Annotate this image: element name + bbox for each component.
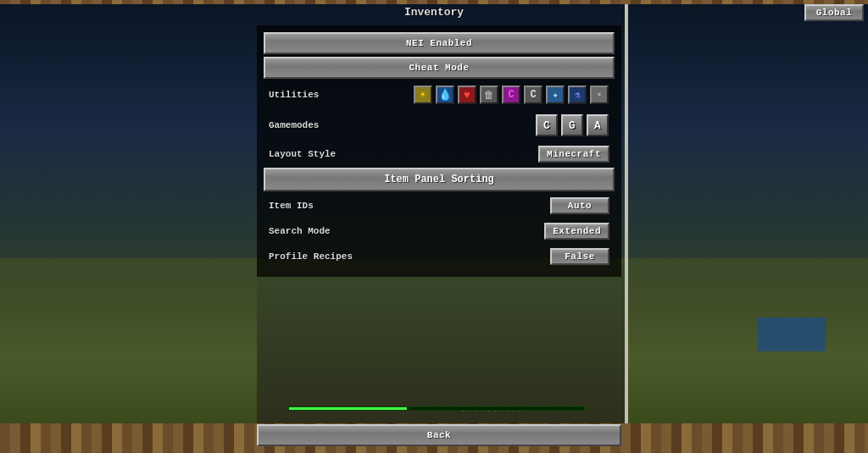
gamemode-g-button[interactable]: G [561, 114, 583, 136]
search-mode-controls: Extended [544, 223, 609, 240]
cheat-mode-button[interactable]: Cheat Mode [264, 57, 615, 79]
utilities-row: Utilities ☀ 💧 ♥ 🗑 C C ✦ ⚗ ▪ [264, 81, 615, 108]
sun-icon[interactable]: ☀ [414, 86, 432, 104]
main-panel: NEI Enabled Cheat Mode Utilities ☀ 💧 ♥ 🗑… [257, 25, 621, 277]
gamemodes-label: Gamemodes [269, 120, 535, 130]
profile-recipes-controls: False [550, 248, 609, 265]
nei-enabled-button[interactable]: NEI Enabled [264, 32, 615, 54]
gamemodes-row: Gamemodes C G A [264, 110, 615, 141]
xp-fill [289, 407, 407, 410]
c-icon[interactable]: C [524, 86, 542, 104]
ground-left [0, 254, 257, 423]
item-ids-label: Item IDs [269, 201, 550, 211]
layout-style-button[interactable]: Minecraft [538, 146, 609, 163]
block-icon[interactable]: ▪ [590, 86, 609, 104]
global-button-container: Global [804, 4, 864, 21]
trash-icon[interactable]: 🗑 [480, 86, 498, 104]
gamemodes-controls: C G A [535, 113, 609, 137]
potion-icon[interactable]: ⚗ [568, 86, 587, 104]
gamemode-a-button[interactable]: A [587, 114, 609, 136]
back-button[interactable]: Back [257, 424, 621, 446]
profile-recipes-button[interactable]: False [550, 248, 609, 265]
search-mode-button[interactable]: Extended [544, 223, 609, 240]
magnet-icon[interactable]: C [502, 86, 520, 104]
water-feature [758, 318, 826, 351]
profile-recipes-label: Profile Recipes [269, 251, 550, 262]
item-panel-sorting-header[interactable]: Item Panel Sorting [264, 168, 615, 191]
global-button[interactable]: Global [804, 4, 864, 21]
inventory-title: Inventory [404, 6, 464, 19]
back-button-area: Back [257, 424, 621, 449]
profile-recipes-row: Profile Recipes False [264, 245, 615, 268]
item-ids-controls: Auto [550, 197, 609, 214]
gamemode-c-button[interactable]: C [536, 114, 558, 136]
panel-content: NEI Enabled Cheat Mode Utilities ☀ 💧 ♥ 🗑… [257, 25, 621, 277]
item-ids-row: Item IDs Auto [264, 194, 615, 218]
search-mode-row: Search Mode Extended [264, 219, 615, 243]
utilities-controls: ☀ 💧 ♥ 🗑 C C ✦ ⚗ ▪ [413, 85, 609, 105]
item-ids-button[interactable]: Auto [550, 197, 609, 214]
layout-style-label: Layout Style [269, 149, 538, 159]
sword-icon[interactable]: ✦ [546, 86, 565, 104]
ground-right [625, 254, 868, 423]
search-mode-label: Search Mode [269, 226, 544, 236]
utilities-label: Utilities [269, 90, 413, 100]
layout-style-controls: Minecraft [538, 146, 609, 163]
vertical-divider [625, 4, 628, 423]
layout-style-row: Layout Style Minecraft [264, 142, 615, 166]
water-icon[interactable]: 💧 [436, 86, 454, 104]
title-bar: Inventory [0, 4, 868, 19]
health-icon[interactable]: ♥ [458, 86, 476, 104]
xp-bar [288, 406, 585, 411]
